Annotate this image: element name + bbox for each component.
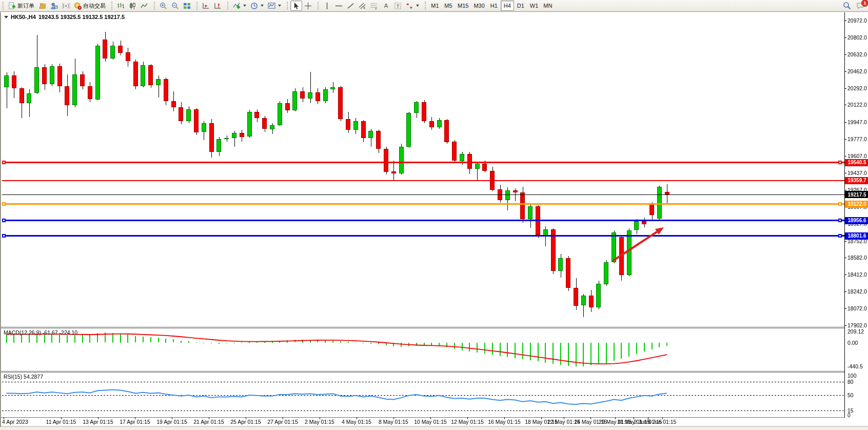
- channel-button[interactable]: E: [357, 1, 368, 11]
- timeframe-button-m1[interactable]: M1: [428, 1, 442, 11]
- timeframe-button-mn[interactable]: MN: [541, 1, 555, 11]
- toolbar-grip: [154, 2, 156, 10]
- timeframe-button-h4[interactable]: H4: [501, 1, 514, 11]
- line-chart-button[interactable]: [139, 1, 150, 11]
- signals-button[interactable]: [60, 1, 72, 11]
- time-tick-label: 27 Apr 01:15: [267, 419, 298, 425]
- time-tick-label: 19 Apr 01:15: [156, 419, 187, 425]
- market-watch-button[interactable]: [36, 1, 48, 11]
- horizontal-level-line-19122.0[interactable]: [2, 203, 844, 205]
- time-tick-label: 21 Apr 01:15: [193, 419, 224, 425]
- time-tick-label: 6 Jun 01:15: [648, 419, 677, 425]
- horizontal-level-line-18801.6[interactable]: [2, 235, 844, 237]
- indicators-button[interactable]: [231, 1, 248, 11]
- chart-window: HK50-,H4 19243.5 19325.5 19132.5 19217.5…: [0, 12, 868, 427]
- timeframe-button-h1[interactable]: H1: [487, 1, 501, 11]
- panel-separator[interactable]: [1, 328, 844, 328]
- time-tick-label: 8 May 01:15: [379, 419, 408, 425]
- chart-shift-icon: [214, 2, 222, 10]
- svg-text:E: E: [363, 6, 365, 9]
- trendline-icon: [347, 2, 354, 10]
- price-tick-label: 18412.0: [847, 271, 867, 278]
- price-tick-mark: [844, 325, 846, 326]
- zoom-in-button[interactable]: [157, 1, 169, 11]
- timeframe-button-m30[interactable]: M30: [471, 1, 487, 11]
- fibonacci-button[interactable]: F: [368, 1, 380, 11]
- vertical-line-button[interactable]: [321, 1, 333, 11]
- bar-chart-button[interactable]: [115, 1, 127, 11]
- panel-separator[interactable]: [1, 371, 844, 372]
- arrows-button[interactable]: [404, 1, 421, 11]
- zoom-in-icon: [160, 2, 167, 10]
- line-chart-icon: [141, 2, 148, 10]
- macd-tick-label: 209.12: [847, 328, 864, 335]
- time-tick-label: 11 Apr 01:15: [46, 419, 76, 425]
- indicators-dropdown-caret: [243, 5, 246, 7]
- candlestick-chart-button[interactable]: [127, 1, 139, 11]
- horizontal-level-line-18956.6[interactable]: [2, 220, 844, 221]
- price-level-badge: 18801.6: [845, 232, 868, 240]
- horizontal-level-line-19359.7[interactable]: [2, 180, 844, 181]
- text-button[interactable]: A: [380, 1, 392, 11]
- text-label-button[interactable]: T: [392, 1, 404, 11]
- tile-windows-icon: [183, 2, 191, 10]
- svg-text:A: A: [384, 3, 388, 9]
- rsi-tick-label: 0: [847, 412, 851, 418]
- horizontal-line-button[interactable]: [333, 1, 345, 11]
- level-drag-handle[interactable]: [2, 161, 6, 164]
- horizontal-level-line-19217.5[interactable]: [2, 194, 844, 195]
- price-level-badge: 19540.5: [845, 159, 868, 166]
- time-tick-label: 13 Apr 01:15: [83, 419, 113, 425]
- search-button[interactable]: [843, 2, 851, 11]
- panel-separator[interactable]: [1, 372, 844, 373]
- chart-title: HK50-,H4 19243.5 19325.5 19132.5 19217.5: [4, 14, 125, 20]
- price-tick-mark: [844, 173, 846, 173]
- level-drag-handle[interactable]: [838, 202, 842, 206]
- panel-separator[interactable]: [1, 327, 844, 327]
- level-drag-handle[interactable]: [2, 219, 6, 222]
- price-tick-label: 19777.0: [847, 136, 867, 142]
- new-order-label: 新订单: [17, 2, 34, 10]
- timeframe-button-w1[interactable]: W1: [527, 1, 541, 11]
- price-level-badge: 19217.5: [845, 191, 868, 198]
- level-drag-handle[interactable]: [838, 161, 842, 164]
- macd-indicator-label: MACD(12,26,9) -61.67 -224.10: [4, 329, 77, 336]
- candlestick-icon: [129, 2, 136, 10]
- signal-icon: [62, 2, 70, 10]
- timeframe-button-m15[interactable]: M15: [455, 1, 471, 11]
- auto-trading-button[interactable]: 自动交易: [72, 1, 108, 11]
- timeframe-button-d1[interactable]: D1: [514, 1, 527, 11]
- strategy-tester-button[interactable]: [48, 1, 60, 11]
- zoom-out-button[interactable]: [169, 1, 181, 11]
- new-order-button[interactable]: 新订单: [6, 1, 36, 11]
- level-drag-handle[interactable]: [2, 202, 6, 206]
- bar-chart-icon: [117, 2, 125, 10]
- auto-scroll-button[interactable]: [200, 1, 212, 11]
- price-tick-mark: [844, 105, 846, 105]
- tile-windows-button[interactable]: [181, 1, 193, 11]
- templates-button[interactable]: [266, 1, 283, 11]
- timeframe-button-m5[interactable]: M5: [442, 1, 455, 11]
- time-tick-label: 2 May 01:15: [305, 419, 334, 425]
- trendline-button[interactable]: [345, 1, 357, 11]
- price-tick-mark: [844, 21, 846, 21]
- notification-badge: 1: [861, 0, 868, 7]
- chart-shift-button[interactable]: [212, 1, 224, 11]
- crosshair-button[interactable]: [302, 1, 314, 11]
- svg-text:F: F: [375, 7, 377, 9]
- price-tick-label: 20462.0: [847, 68, 867, 74]
- toolbar-grip: [425, 2, 427, 10]
- chart-dropdown-icon[interactable]: [4, 16, 8, 18]
- tester-icon: [50, 2, 58, 10]
- level-drag-handle[interactable]: [2, 234, 6, 238]
- toolbar-group-trade: 新订单 自动交易: [0, 0, 109, 11]
- level-drag-handle[interactable]: [838, 219, 842, 222]
- toolbar-grip: [318, 2, 320, 10]
- chat-button[interactable]: 1: [856, 2, 865, 11]
- main-toolbar: 新订单 自动交易: [0, 0, 868, 12]
- cursor-button[interactable]: [290, 1, 302, 11]
- periods-button[interactable]: [248, 1, 266, 11]
- cursor-icon: [292, 2, 300, 10]
- level-drag-handle[interactable]: [838, 234, 842, 238]
- horizontal-level-line-19540.5[interactable]: [2, 162, 844, 163]
